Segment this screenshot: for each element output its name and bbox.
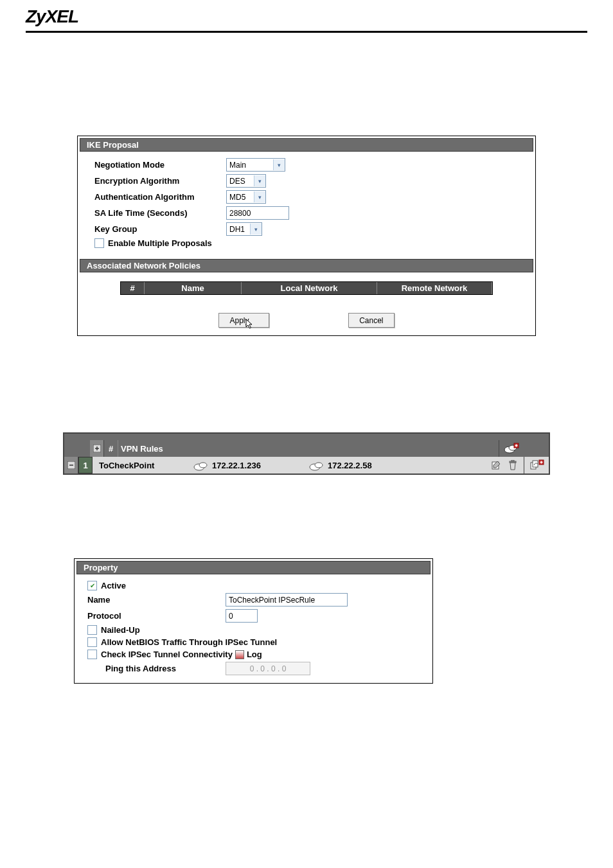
name-input[interactable]: ToCheckPoint IPSecRule	[226, 593, 348, 607]
neg-mode-select[interactable]: Main ▾	[226, 158, 285, 172]
auth-alg-label: Authentication Algorithm	[94, 192, 226, 202]
protocol-input[interactable]: 0	[226, 609, 258, 623]
assoc-col-num: #	[121, 282, 145, 294]
netbios-label: Allow NetBIOS Traffic Through IPSec Tunn…	[101, 637, 277, 647]
keygroup-label: Key Group	[94, 224, 226, 234]
svg-rect-16	[511, 460, 514, 461]
nailed-up-label: Nailed-Up	[101, 625, 140, 635]
cancel-button[interactable]: Cancel	[348, 313, 394, 328]
active-label: Active	[101, 581, 126, 590]
sa-life-label: SA Life Time (Seconds)	[94, 208, 226, 218]
svg-point-11	[199, 463, 207, 468]
enc-alg-select[interactable]: DES ▾	[226, 174, 266, 188]
vpn-col-num: #	[104, 440, 118, 457]
assoc-col-name: Name	[145, 282, 242, 294]
nailed-up-checkbox[interactable]	[87, 625, 97, 635]
ping-address-label: Ping this Address	[105, 664, 226, 673]
property-section-title: Property	[76, 561, 431, 574]
header-divider	[26, 31, 587, 33]
keygroup-value: DH1	[227, 225, 250, 234]
assoc-table-header: # Name Local Network Remote Network	[120, 281, 493, 295]
vpn-rules-panel: # VPN Rules 1 ToCheckPoint 172.22.1.236	[63, 432, 550, 475]
enable-multiple-checkbox[interactable]	[94, 238, 104, 248]
active-checkbox[interactable]: ✔	[87, 581, 97, 590]
apply-button[interactable]: Apply	[218, 313, 269, 328]
cursor-icon	[245, 319, 254, 332]
chevron-down-icon: ▾	[254, 191, 265, 202]
log-label: Log	[247, 650, 262, 659]
trash-icon[interactable]	[507, 459, 519, 471]
check-conn-checkbox[interactable]	[87, 650, 97, 659]
property-panel: Property ✔ Active Name ToCheckPoint IPSe…	[74, 558, 433, 684]
brand-logo: ZyXEL	[26, 6, 78, 27]
vpn-add-icon[interactable]	[499, 440, 523, 457]
chevron-down-icon: ▾	[254, 175, 265, 186]
vpn-row-local: 172.22.1.236	[189, 457, 305, 474]
cloud-icon	[193, 461, 209, 470]
netbios-checkbox[interactable]	[87, 637, 97, 647]
vpn-expand-row[interactable]	[64, 457, 78, 474]
vpn-header-title: VPN Rules	[118, 440, 499, 457]
svg-point-13	[315, 463, 323, 468]
cloud-icon	[308, 461, 325, 470]
svg-rect-18	[533, 461, 538, 467]
protocol-label: Protocol	[87, 611, 226, 621]
vpn-row-name: ToCheckPoint	[93, 457, 189, 474]
auth-alg-value: MD5	[227, 193, 254, 202]
ike-section-title: IKE Proposal	[80, 138, 533, 152]
vpn-expand-header[interactable]	[90, 440, 104, 457]
chevron-down-icon: ▾	[273, 159, 285, 170]
keygroup-select[interactable]: DH1 ▾	[226, 222, 262, 236]
edit-icon[interactable]	[490, 459, 502, 471]
vpn-row-remote: 172.22.2.58	[305, 457, 420, 474]
assoc-col-local: Local Network	[242, 282, 377, 294]
assoc-section-title: Associated Network Policies	[80, 259, 533, 272]
auth-alg-select[interactable]: MD5 ▾	[226, 190, 266, 204]
log-indicator-icon	[235, 650, 244, 659]
name-label: Name	[87, 595, 226, 605]
check-conn-label: Check IPSec Tunnel Connectivity	[101, 650, 233, 659]
vpn-add-policy-icon[interactable]	[524, 457, 549, 474]
chevron-down-icon: ▾	[250, 224, 262, 235]
vpn-row-local-ip: 172.22.1.236	[212, 461, 261, 470]
neg-mode-label: Negotiation Mode	[94, 160, 226, 170]
enc-alg-value: DES	[227, 177, 254, 186]
assoc-col-remote: Remote Network	[377, 282, 492, 294]
neg-mode-value: Main	[227, 161, 273, 170]
ping-address-input: 0 . 0 . 0 . 0	[226, 662, 310, 675]
enc-alg-label: Encryption Algorithm	[94, 176, 226, 186]
vpn-row-num: 1	[78, 457, 93, 474]
sa-life-input[interactable]: 28800	[226, 206, 289, 220]
vpn-row-remote-ip: 172.22.2.58	[328, 461, 372, 470]
enable-multiple-label: Enable Multiple Proposals	[108, 238, 212, 248]
ike-panel: IKE Proposal Negotiation Mode Main ▾ Enc…	[77, 136, 536, 336]
